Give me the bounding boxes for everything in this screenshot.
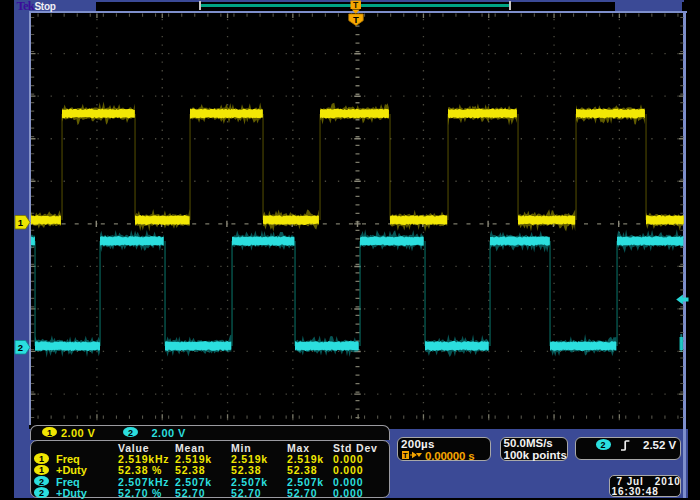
svg-text:1: 1 xyxy=(18,217,24,228)
svg-text:T: T xyxy=(353,14,359,25)
svg-text:2: 2 xyxy=(18,342,23,353)
svg-text:T: T xyxy=(353,0,359,10)
